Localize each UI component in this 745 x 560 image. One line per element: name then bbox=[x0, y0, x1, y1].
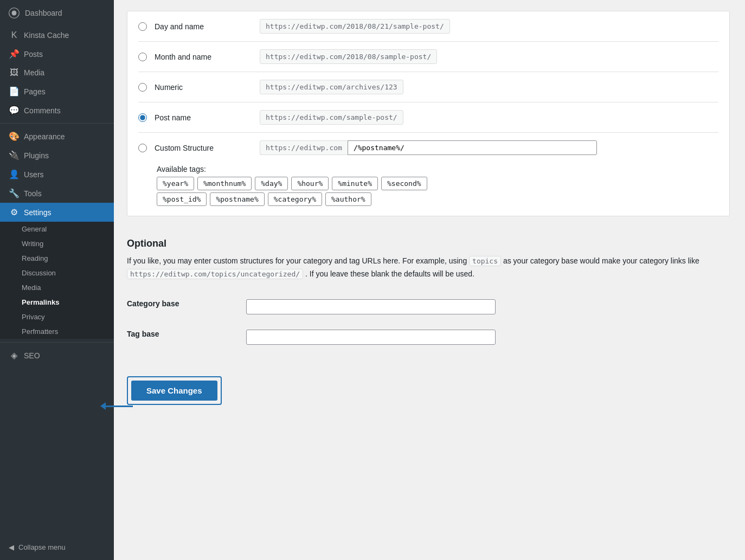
collapse-icon: ◀ bbox=[9, 543, 14, 551]
appearance-label: Appearance bbox=[24, 132, 65, 141]
kinsta-cache-label: Kinsta Cache bbox=[24, 31, 69, 40]
label-month-name[interactable]: Month and name bbox=[155, 53, 252, 61]
save-button-wrapper-outer: Save Changes bbox=[127, 365, 730, 405]
radio-numeric[interactable] bbox=[138, 83, 147, 92]
sidebar-item-posts[interactable]: 📌 Posts bbox=[0, 44, 114, 63]
radio-custom-structure[interactable] bbox=[138, 144, 147, 152]
optional-desc-part1: If you like, you may enter custom struct… bbox=[127, 256, 467, 265]
tag-post-id[interactable]: %post_id% bbox=[157, 192, 207, 206]
optional-desc-part3: . If you leave these blank the defaults … bbox=[305, 269, 474, 278]
settings-label: Settings bbox=[24, 208, 52, 217]
category-base-input[interactable] bbox=[246, 299, 496, 314]
optional-title: Optional bbox=[127, 225, 730, 255]
submenu-general[interactable]: General bbox=[0, 222, 114, 236]
url-prefix: https://editwp.com bbox=[260, 140, 348, 155]
topics-inline-code: topics bbox=[469, 256, 501, 266]
plugins-label: Plugins bbox=[24, 151, 49, 160]
seo-icon: ◈ bbox=[9, 350, 20, 361]
category-base-row: Category base bbox=[127, 292, 730, 322]
sidebar: Dashboard K Kinsta Cache 📌 Posts 🖼 Media… bbox=[0, 0, 114, 560]
url-post-name: https://editwp.com/sample-post/ bbox=[260, 110, 403, 125]
radio-day-name[interactable] bbox=[138, 22, 147, 31]
sidebar-item-seo[interactable]: ◈ SEO bbox=[0, 346, 114, 365]
radio-month-name[interactable] bbox=[138, 53, 147, 61]
tag-year[interactable]: %year% bbox=[157, 177, 194, 190]
users-label: Users bbox=[24, 170, 44, 179]
label-day-name[interactable]: Day and name bbox=[155, 22, 252, 31]
tag-author[interactable]: %author% bbox=[325, 192, 371, 206]
submenu-reading[interactable]: Reading bbox=[0, 251, 114, 266]
example-url-inline-code: https://editwp.com/topics/uncategorized/ bbox=[127, 269, 303, 279]
url-numeric: https://editwp.com/archives/123 bbox=[260, 80, 403, 94]
sidebar-item-plugins[interactable]: 🔌 Plugins bbox=[0, 146, 114, 165]
tag-minute[interactable]: %minute% bbox=[332, 177, 378, 190]
comments-label: Comments bbox=[24, 106, 61, 115]
tag-second[interactable]: %second% bbox=[381, 177, 427, 190]
media-icon: 🖼 bbox=[9, 68, 20, 78]
settings-submenu: General Writing Reading Discussion Media… bbox=[0, 222, 114, 339]
sidebar-item-users[interactable]: 👤 Users bbox=[0, 165, 114, 184]
tag-postname[interactable]: %postname% bbox=[210, 192, 264, 206]
seo-label: SEO bbox=[24, 351, 40, 360]
label-custom-structure[interactable]: Custom Structure bbox=[155, 144, 252, 152]
arrow-line bbox=[106, 405, 133, 407]
submenu-perfmatters[interactable]: Perfmatters bbox=[0, 324, 114, 339]
permalink-option-day-name: Day and name https://editwp.com/2018/08/… bbox=[138, 11, 718, 42]
available-tags-label: Available tags: bbox=[157, 159, 427, 177]
posts-icon: 📌 bbox=[9, 49, 20, 59]
save-changes-button[interactable]: Save Changes bbox=[131, 381, 217, 401]
sidebar-item-appearance[interactable]: 🎨 Appearance bbox=[0, 127, 114, 146]
arrow-head bbox=[100, 402, 106, 410]
sidebar-item-media[interactable]: 🖼 Media bbox=[0, 63, 114, 82]
label-numeric[interactable]: Numeric bbox=[155, 83, 252, 92]
category-base-label: Category base bbox=[127, 299, 179, 308]
sidebar-item-settings[interactable]: ⚙ Settings bbox=[0, 203, 114, 222]
optional-section: Optional If you like, you may enter cust… bbox=[127, 225, 730, 405]
blue-arrow-indicator bbox=[100, 402, 133, 410]
collapse-menu-button[interactable]: ◀ Collapse menu bbox=[0, 539, 114, 556]
sidebar-item-pages[interactable]: 📄 Pages bbox=[0, 82, 114, 101]
sidebar-item-comments[interactable]: 💬 Comments bbox=[0, 101, 114, 120]
posts-label: Posts bbox=[24, 50, 43, 59]
tag-base-input[interactable] bbox=[246, 330, 496, 345]
tags-row-1: %year% %monthnum% %day% %hour% %minute% … bbox=[157, 177, 427, 190]
tag-base-row: Tag base bbox=[127, 322, 730, 352]
url-day-name: https://editwp.com/2018/08/21/sample-pos… bbox=[260, 19, 450, 34]
sidebar-logo[interactable]: Dashboard bbox=[0, 0, 114, 26]
optional-desc-part2: as your category base would make your ca… bbox=[503, 256, 699, 265]
save-button-highlight-border: Save Changes bbox=[127, 376, 222, 405]
tag-monthnum[interactable]: %monthnum% bbox=[197, 177, 252, 190]
sidebar-bottom: ◀ Collapse menu bbox=[0, 535, 114, 560]
collapse-label: Collapse menu bbox=[18, 543, 66, 551]
submenu-discussion[interactable]: Discussion bbox=[0, 266, 114, 280]
submenu-permalinks[interactable]: Permalinks bbox=[0, 295, 114, 310]
main-content: Day and name https://editwp.com/2018/08/… bbox=[114, 0, 745, 560]
tags-row-2: %post_id% %postname% %category% %author% bbox=[157, 192, 427, 206]
appearance-icon: 🎨 bbox=[9, 131, 20, 141]
media-label: Media bbox=[24, 68, 44, 77]
custom-structure-input-row: https://editwp.com bbox=[260, 140, 597, 155]
tag-base-label: Tag base bbox=[127, 330, 159, 338]
settings-icon: ⚙ bbox=[9, 207, 20, 217]
submenu-media[interactable]: Media bbox=[0, 280, 114, 295]
tag-hour[interactable]: %hour% bbox=[291, 177, 329, 190]
tag-category[interactable]: %category% bbox=[268, 192, 322, 206]
permalink-option-custom: Custom Structure https://editwp.com Avai… bbox=[138, 133, 718, 216]
pages-label: Pages bbox=[24, 87, 46, 96]
radio-post-name[interactable] bbox=[138, 113, 147, 122]
sidebar-item-tools[interactable]: 🔧 Tools bbox=[0, 184, 114, 203]
plugins-icon: 🔌 bbox=[9, 150, 20, 160]
sidebar-item-kinsta-cache[interactable]: K Kinsta Cache bbox=[0, 26, 114, 44]
comments-icon: 💬 bbox=[9, 105, 20, 115]
tag-day[interactable]: %day% bbox=[255, 177, 288, 190]
kinsta-icon: K bbox=[9, 30, 20, 40]
users-icon: 👤 bbox=[9, 169, 20, 179]
custom-structure-text-input[interactable] bbox=[348, 140, 597, 155]
dashboard-label: Dashboard bbox=[25, 9, 62, 17]
svg-point-1 bbox=[12, 11, 17, 16]
label-post-name[interactable]: Post name bbox=[155, 113, 252, 122]
url-month-name: https://editwp.com/2018/08/sample-post/ bbox=[260, 49, 437, 64]
submenu-privacy[interactable]: Privacy bbox=[0, 310, 114, 324]
nav-divider-1 bbox=[0, 123, 114, 124]
submenu-writing[interactable]: Writing bbox=[0, 236, 114, 251]
